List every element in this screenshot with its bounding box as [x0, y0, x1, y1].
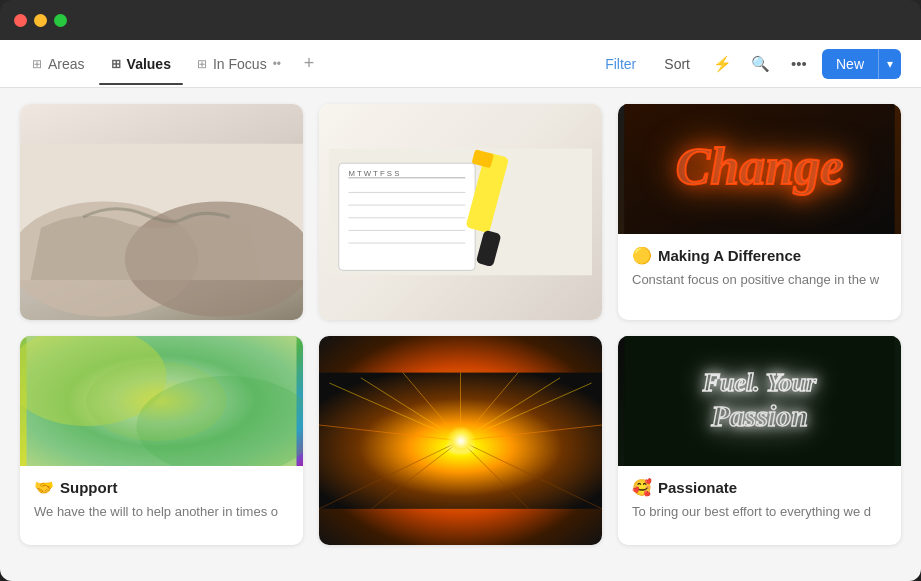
plus-icon: + [304, 53, 315, 74]
tab-group: ⊞ Areas ⊞ Values ⊞ In Focus •• + [20, 50, 591, 78]
traffic-lights [14, 14, 67, 27]
calendar-svg: M T W T F S S [329, 114, 592, 310]
values-grid-icon: ⊞ [111, 57, 121, 71]
card-desc-support: We have the will to help another in time… [34, 503, 289, 521]
card-emoji-support: 🤝 [34, 478, 54, 497]
card-making-a-difference[interactable]: Change Change 🟡 Making A Difference Cons… [618, 104, 901, 320]
neon-change-svg: Change Change [618, 104, 901, 234]
filter-button[interactable]: Filter [595, 50, 646, 78]
new-label: New [836, 56, 864, 72]
new-button-main[interactable]: New [822, 49, 879, 79]
lightning-icon: ⚡ [713, 55, 732, 73]
more-dots-icon: •• [273, 57, 281, 71]
card-emoji-passionate: 🥰 [632, 478, 652, 497]
card-body-passionate: 🥰 Passionate To bring our best effort to… [618, 466, 901, 535]
new-button[interactable]: New ▾ [822, 49, 901, 79]
more-icon: ••• [791, 55, 807, 72]
colorful-svg [20, 336, 303, 466]
card-image-growth [319, 336, 602, 545]
card-emoji-making-a-difference: 🟡 [632, 246, 652, 265]
card-image-consistent: M T W T F S S [319, 104, 602, 320]
tab-areas-label: Areas [48, 56, 85, 72]
maximize-button[interactable] [54, 14, 67, 27]
card-communication[interactable]: 🔶 Communication We are working together … [20, 104, 303, 320]
search-icon: 🔍 [751, 55, 770, 73]
card-image-passionate: Fuel. Your Passion [618, 336, 901, 466]
svg-text:Passion: Passion [710, 399, 808, 432]
svg-rect-4 [339, 163, 475, 270]
more-options-button[interactable]: ••• [784, 49, 814, 79]
add-tab-button[interactable]: + [295, 50, 323, 78]
card-title-support: Support [60, 479, 118, 496]
svg-text:Change: Change [676, 138, 844, 195]
svg-text:M  T  W  T  F  S  S: M T W T F S S [348, 169, 399, 178]
search-button[interactable]: 🔍 [746, 49, 776, 79]
card-title-passionate: Passionate [658, 479, 737, 496]
card-desc-passionate: To bring our best effort to everything w… [632, 503, 887, 521]
titlebar [0, 0, 921, 40]
card-title-row-making-a-difference: 🟡 Making A Difference [632, 246, 887, 265]
card-image-communication [20, 104, 303, 320]
toolbar-right: Filter Sort ⚡ 🔍 ••• [595, 49, 901, 79]
svg-text:Fuel. Your: Fuel. Your [702, 368, 818, 397]
app-window: ⊞ Areas ⊞ Values ⊞ In Focus •• + [0, 0, 921, 581]
close-button[interactable] [14, 14, 27, 27]
card-body-support: 🤝 Support We have the will to help anoth… [20, 466, 303, 535]
new-button-arrow[interactable]: ▾ [879, 49, 901, 79]
chevron-down-icon: ▾ [887, 57, 893, 71]
areas-grid-icon: ⊞ [32, 57, 42, 71]
lightning-button[interactable]: ⚡ [708, 49, 738, 79]
sort-button[interactable]: Sort [654, 50, 700, 78]
sort-label: Sort [664, 56, 690, 72]
infocus-grid-icon: ⊞ [197, 57, 207, 71]
card-growth[interactable]: 💡 Growth To bring new ideas and ways to … [319, 336, 602, 545]
minimize-button[interactable] [34, 14, 47, 27]
card-title-making-a-difference: Making A Difference [658, 247, 801, 264]
neon-passion-svg: Fuel. Your Passion [618, 336, 901, 466]
card-title-row-passionate: 🥰 Passionate [632, 478, 887, 497]
explosion-svg [319, 336, 602, 545]
main-content: ⊞ Areas ⊞ Values ⊞ In Focus •• + [0, 40, 921, 581]
card-consistent[interactable]: M T W T F S S ⚫ Consistent [319, 104, 602, 320]
tab-values[interactable]: ⊞ Values [99, 50, 183, 78]
card-support[interactable]: 🤝 Support We have the will to help anoth… [20, 336, 303, 545]
cards-grid: 🔶 Communication We are working together … [20, 104, 901, 545]
card-title-row-support: 🤝 Support [34, 478, 289, 497]
card-desc-making-a-difference: Constant focus on positive change in the… [632, 271, 887, 289]
cards-container: 🔶 Communication We are working together … [0, 88, 921, 581]
card-image-making-a-difference: Change Change [618, 104, 901, 234]
card-image-support [20, 336, 303, 466]
handshake-svg [20, 104, 303, 320]
tab-infocus[interactable]: ⊞ In Focus •• [185, 50, 293, 78]
tab-areas[interactable]: ⊞ Areas [20, 50, 97, 78]
tab-infocus-label: In Focus [213, 56, 267, 72]
tab-values-label: Values [127, 56, 171, 72]
card-body-making-a-difference: 🟡 Making A Difference Constant focus on … [618, 234, 901, 303]
card-passionate[interactable]: Fuel. Your Passion 🥰 Passionate To bring… [618, 336, 901, 545]
toolbar: ⊞ Areas ⊞ Values ⊞ In Focus •• + [0, 40, 921, 88]
svg-point-22 [87, 361, 227, 441]
filter-label: Filter [605, 56, 636, 72]
